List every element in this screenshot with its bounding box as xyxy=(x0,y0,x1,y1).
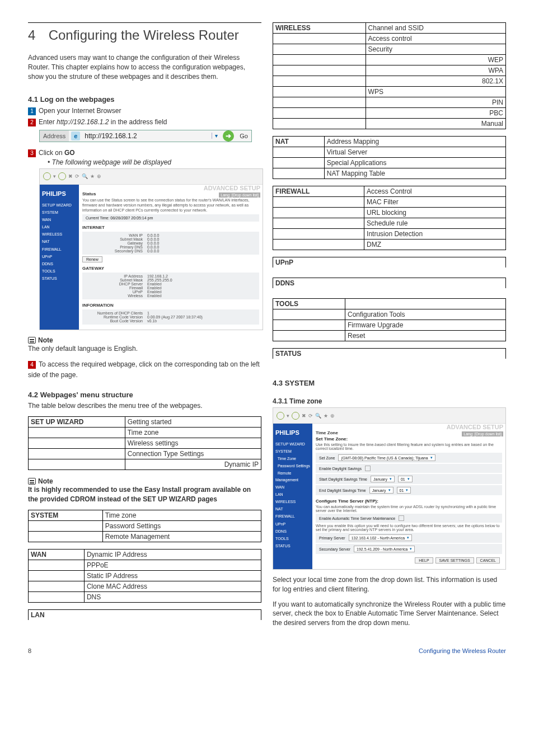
tz-sidebar: PHILIPS SETUP WIZARD SYSTEM Time Zone Pa… xyxy=(273,424,312,569)
note-1-body: The only default language is English. xyxy=(28,344,261,354)
address-url[interactable]: http://192.168.1.2 xyxy=(82,132,212,140)
renew-button[interactable]: Renew xyxy=(82,256,102,262)
note-icon xyxy=(28,337,36,344)
lan-table: LAN xyxy=(28,609,261,620)
address-dropdown-icon[interactable]: ▾ xyxy=(212,133,221,139)
ie-icon: e xyxy=(71,132,80,140)
wan-table: WANDynamic IP Address PPPoE Static IP Ad… xyxy=(28,549,261,603)
philips-brand: PHILIPS xyxy=(41,187,78,201)
step-3-sub: • The following webpage will be displaye… xyxy=(48,158,261,166)
ds-end-month[interactable]: January▾ xyxy=(369,487,394,494)
timezone-body-2: If you want to automatically synchronize… xyxy=(273,600,506,628)
language-dropdown[interactable]: Lang: [Drop down list] xyxy=(219,192,260,198)
timezone-body-1: Select your local time zone from the dro… xyxy=(273,575,506,594)
section-4-2-intro: The table below describes the menu tree … xyxy=(28,401,261,411)
note-2: Note xyxy=(28,477,261,485)
ds-end-day[interactable]: 01▾ xyxy=(397,487,411,494)
ds-start-day[interactable]: 01▾ xyxy=(398,476,413,482)
daylight-checkbox[interactable] xyxy=(365,466,371,471)
section-4-1-heading: 4.1 Log on the webpages xyxy=(28,95,261,104)
section-4-3-heading: 4.3 SYSTEM xyxy=(273,379,506,387)
step-number-2: 2 xyxy=(28,119,36,126)
language-dropdown[interactable]: Lang: [Drop down list] xyxy=(462,431,503,436)
note-icon xyxy=(28,478,36,485)
step-3: 3Click on GO xyxy=(28,148,261,158)
address-label: Address xyxy=(40,130,69,142)
page-footer: 8 Configuring the Wireless Router xyxy=(0,645,534,665)
chapter-title: 4 Configuring the Wireless Router xyxy=(28,27,261,43)
setup-wizard-table: SET UP WIZARDGetting started Time zone W… xyxy=(28,416,261,470)
timezone-select[interactable]: (GMT-08:00) Pacific Time (US & Canada); … xyxy=(338,454,435,461)
step-1: 1Open your Internet Browser xyxy=(28,106,261,116)
page-number: 8 xyxy=(28,647,31,654)
step-4: 4To access the required webpage, click o… xyxy=(28,359,261,381)
section-4-2-heading: 4.2 Webpages' menu structure xyxy=(28,391,261,399)
step-2: 2Enter http://192.168.1.2 in the address… xyxy=(28,117,261,128)
ddns-table: DDNS xyxy=(273,278,506,288)
chapter-title-text: Configuring the Wireless Router xyxy=(49,27,239,43)
step-number-1: 1 xyxy=(28,107,36,115)
status-table: STATUS xyxy=(273,348,506,359)
section-4-3-1-heading: 4.3.1 Time zone xyxy=(273,397,506,405)
advanced-setup-label: ADVANCED SETUP xyxy=(204,185,260,191)
screenshot-sidebar: PHILIPS SETUP WIZARDSYSTEMWAN LANWIRELES… xyxy=(40,185,79,330)
address-bar: Address e http://192.168.1.2 ▾ ➜ Go xyxy=(39,130,252,142)
chapter-intro: Advanced users may want to change the co… xyxy=(28,53,261,81)
cancel-button[interactable]: CANCEL xyxy=(476,557,500,564)
tools-table: TOOLS Configuration Tools Firmware Upgra… xyxy=(273,298,506,341)
note-2-body: It is highly recommended to use the Easy… xyxy=(28,485,261,504)
save-settings-button[interactable]: SAVE SETTINGS xyxy=(435,557,474,564)
step-number-4: 4 xyxy=(28,361,36,369)
primary-server-select[interactable]: 132.163.4.102 - North America▾ xyxy=(349,534,412,541)
upnp-table: UPnP xyxy=(273,257,506,267)
nat-table: NATAddress Mapping Virtual Server Specia… xyxy=(273,136,506,179)
status-screenshot: ▾✖⟳🔍★⊕ PHILIPS SETUP WIZARDSYSTEMWAN LAN… xyxy=(39,168,263,330)
auto-time-checkbox[interactable] xyxy=(399,515,404,521)
step-number-3: 3 xyxy=(28,149,36,157)
firewall-table: FIREWALLAccess Control MAC Filter URL bl… xyxy=(273,186,506,250)
wireless-table: WIRELESSChannel and SSID Access control … xyxy=(273,22,506,129)
go-arrow-icon[interactable]: ➜ xyxy=(223,130,234,142)
system-table: SYSTEMTime zone Password Settings Remote… xyxy=(28,510,261,542)
go-button[interactable]: Go xyxy=(236,133,251,139)
chapter-number: 4 xyxy=(28,27,45,43)
timezone-screenshot: ▾✖⟳🔍★⊕ PHILIPS SETUP WIZARD SYSTEM Time … xyxy=(273,407,506,570)
note-1: Note xyxy=(28,336,261,344)
secondary-server-select[interactable]: 192.5.41.209 - North America▾ xyxy=(354,546,415,552)
ds-start-month[interactable]: January▾ xyxy=(371,476,395,482)
help-button[interactable]: HELP xyxy=(415,557,433,564)
footer-title: Configuring the Wireless Router xyxy=(419,647,506,654)
